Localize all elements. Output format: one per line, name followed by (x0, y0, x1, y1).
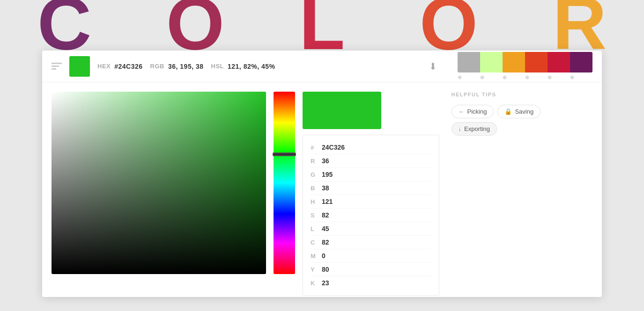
k-value[interactable]: 23 (322, 279, 329, 287)
bg-letter-5: R (553, 0, 607, 51)
bg-letter-2: O (166, 0, 224, 51)
right-section: # 24C326 R 36 G 195 B 38 H 121 (303, 92, 439, 288)
hsl-group: HSL 121, 82%, 45% (211, 63, 275, 70)
picking-icon: ← (459, 108, 465, 115)
hex-row: # 24C326 (311, 141, 431, 154)
m-value[interactable]: 0 (322, 252, 326, 260)
exporting-label: Exporting (464, 125, 490, 132)
bg-letter-3: L (299, 0, 345, 51)
main-panel: HEX #24C326 RGB 36, 195, 38 HSL 121, 82%… (42, 51, 602, 297)
saving-button[interactable]: 🔒 Saving (497, 105, 540, 118)
palette-swatch-3[interactable] (525, 52, 548, 72)
palette-area: ⊕ ⊕ ⊕ ⊕ ⊕ ⊕ (448, 52, 592, 80)
tips-buttons: ← Picking 🔒 Saving ↓ Exporting (452, 105, 588, 136)
saving-icon: 🔒 (504, 108, 512, 115)
palette-icon-5[interactable]: ⊕ (561, 74, 583, 80)
download-button[interactable]: ⬇ (425, 57, 441, 76)
c-label: C (311, 239, 322, 246)
hue-slider[interactable] (274, 92, 295, 274)
background-letters: C O L O R (0, 0, 644, 51)
m-label: M (311, 253, 322, 260)
palette-icons-row: ⊕ ⊕ ⊕ ⊕ ⊕ ⊕ (448, 74, 592, 80)
b-row: B 38 (311, 181, 431, 195)
hex-value[interactable]: #24C326 (114, 63, 142, 70)
r-label: R (311, 158, 322, 165)
top-bar: HEX #24C326 RGB 36, 195, 38 HSL 121, 82%… (42, 51, 602, 82)
b-value[interactable]: 38 (322, 184, 329, 192)
color-picker[interactable] (52, 92, 266, 274)
hue-handle (273, 152, 296, 156)
content-area: # 24C326 R 36 G 195 B 38 H 121 (42, 82, 602, 297)
palette-icon-1[interactable]: ⊕ (471, 74, 493, 80)
r-value[interactable]: 36 (322, 157, 329, 165)
y-label: Y (311, 266, 322, 273)
g-label: G (311, 171, 322, 178)
c-row: C 82 (311, 236, 431, 249)
palette-swatches (458, 52, 592, 72)
hsl-value[interactable]: 121, 82%, 45% (228, 63, 275, 70)
exporting-icon: ↓ (459, 125, 462, 132)
hsl-label: HSL (211, 63, 224, 70)
y-value[interactable]: 80 (322, 266, 329, 273)
palette-icon-4[interactable]: ⊕ (538, 74, 561, 80)
s-label: S (311, 212, 322, 219)
saving-label: Saving (515, 108, 533, 115)
s-row: S 82 (311, 209, 431, 222)
exporting-button[interactable]: ↓ Exporting (452, 122, 497, 136)
picking-button[interactable]: ← Picking (452, 105, 494, 118)
hex-color-value[interactable]: 24C326 (322, 144, 345, 151)
color-preview (303, 92, 381, 129)
rgb-label: RGB (150, 63, 164, 70)
l-label: L (311, 225, 322, 232)
h-value[interactable]: 121 (322, 198, 333, 205)
palette-icon-0[interactable]: ⊕ (448, 74, 471, 80)
palette-swatch-2[interactable] (503, 52, 525, 72)
h-label: H (311, 198, 322, 205)
s-value[interactable]: 82 (322, 211, 329, 219)
l-row: L 45 (311, 222, 431, 236)
hex-group: HEX #24C326 (97, 63, 143, 70)
hash-label: # (311, 144, 322, 151)
picking-label: Picking (467, 108, 487, 115)
g-value[interactable]: 195 (322, 171, 333, 178)
tips-title: HELPFUL TIPS (452, 92, 588, 97)
l-value[interactable]: 45 (322, 225, 329, 232)
bg-letter-4: O (420, 0, 478, 51)
palette-swatch-4[interactable] (548, 52, 570, 72)
rgb-group: RGB 36, 195, 38 (150, 63, 204, 70)
palette-icon-3[interactable]: ⊕ (516, 74, 538, 80)
y-row: Y 80 (311, 263, 431, 276)
k-label: K (311, 280, 322, 287)
palette-swatch-5[interactable] (570, 52, 592, 72)
color-gradient (52, 92, 266, 274)
rgb-value[interactable]: 36, 195, 38 (168, 63, 204, 70)
r-row: R 36 (311, 154, 431, 168)
color-values-panel: # 24C326 R 36 G 195 B 38 H 121 (303, 135, 439, 296)
tips-panel: HELPFUL TIPS ← Picking 🔒 Saving ↓ Export… (447, 92, 593, 288)
menu-icon[interactable] (52, 63, 62, 70)
current-color-swatch[interactable] (69, 56, 90, 77)
h-row: H 121 (311, 195, 431, 209)
k-row: K 23 (311, 276, 431, 289)
hex-label: HEX (97, 63, 111, 70)
m-row: M 0 (311, 249, 431, 263)
c-value[interactable]: 82 (322, 239, 329, 246)
palette-icon-2[interactable]: ⊕ (493, 74, 516, 80)
bg-letter-1: C (37, 0, 92, 51)
b-label: B (311, 185, 322, 192)
g-row: G 195 (311, 168, 431, 181)
palette-swatch-0[interactable] (458, 52, 480, 72)
palette-swatch-1[interactable] (480, 52, 503, 72)
